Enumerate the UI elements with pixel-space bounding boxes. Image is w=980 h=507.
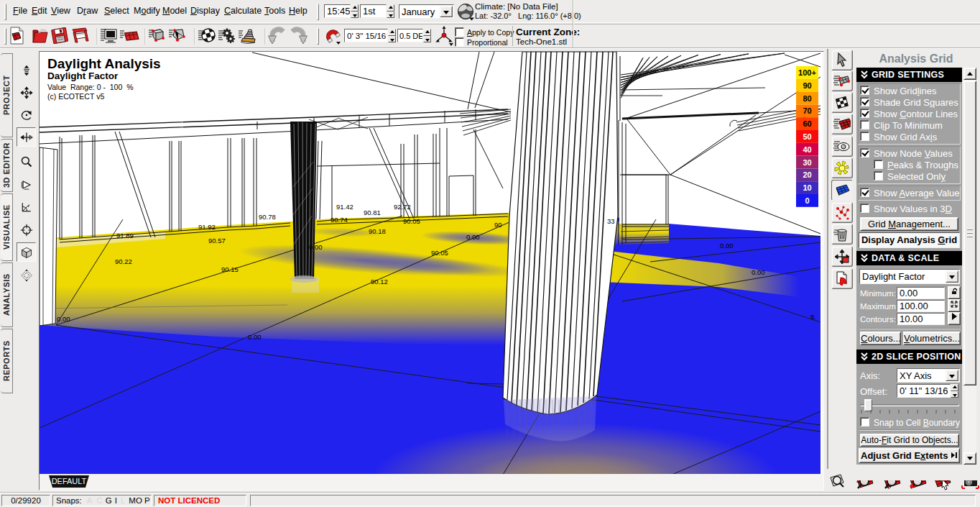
svg-text:33: 33 — [607, 217, 615, 225]
svg-text:92.72: 92.72 — [394, 203, 411, 211]
svg-text:91.42: 91.42 — [336, 203, 353, 211]
svg-text:90.15: 90.15 — [221, 265, 239, 273]
svg-text:Value Range: 0 - 100 %: Value Range: 0 - 100 % — [47, 83, 133, 91]
svg-text:90: 90 — [803, 81, 811, 90]
svg-text:0.00: 0.00 — [248, 333, 262, 341]
svg-text:0: 0 — [805, 196, 809, 205]
svg-text:(c) ECOTECT v5: (c) ECOTECT v5 — [47, 92, 104, 101]
svg-text:8.: 8. — [810, 313, 816, 321]
svg-text:90.78: 90.78 — [259, 213, 276, 221]
svg-text:91.89: 91.89 — [116, 232, 134, 239]
svg-text:90.05: 90.05 — [403, 217, 420, 225]
svg-text:60: 60 — [803, 119, 811, 128]
svg-text:20: 20 — [803, 170, 811, 179]
svg-text:0.00: 0.00 — [720, 242, 734, 250]
svg-text:10: 10 — [803, 183, 811, 192]
svg-text:0.00: 0.00 — [309, 243, 323, 251]
svg-text:Daylight Analysis: Daylight Analysis — [47, 56, 161, 71]
svg-text:70: 70 — [803, 106, 811, 115]
svg-text:40: 40 — [803, 145, 811, 154]
svg-text:90.57: 90.57 — [208, 237, 226, 245]
svg-text:Daylight Factor: Daylight Factor — [47, 70, 119, 81]
svg-text:30: 30 — [803, 158, 811, 167]
svg-text:90: 90 — [494, 221, 502, 229]
svg-text:90.05: 90.05 — [431, 249, 448, 257]
svg-text:91.92: 91.92 — [198, 223, 216, 231]
svg-text:90.12: 90.12 — [371, 278, 388, 286]
svg-text:90.81: 90.81 — [364, 209, 381, 216]
svg-text:90.22: 90.22 — [115, 257, 132, 265]
svg-text:0.00: 0.00 — [752, 268, 765, 276]
svg-text:90.18: 90.18 — [369, 227, 386, 235]
svg-text:0.00: 0.00 — [466, 233, 480, 241]
svg-text:90.74: 90.74 — [330, 216, 348, 224]
svg-text:100+: 100+ — [798, 68, 816, 77]
svg-text:50: 50 — [803, 132, 811, 141]
svg-text:0.00: 0.00 — [57, 315, 70, 323]
svg-text:80: 80 — [803, 94, 811, 103]
